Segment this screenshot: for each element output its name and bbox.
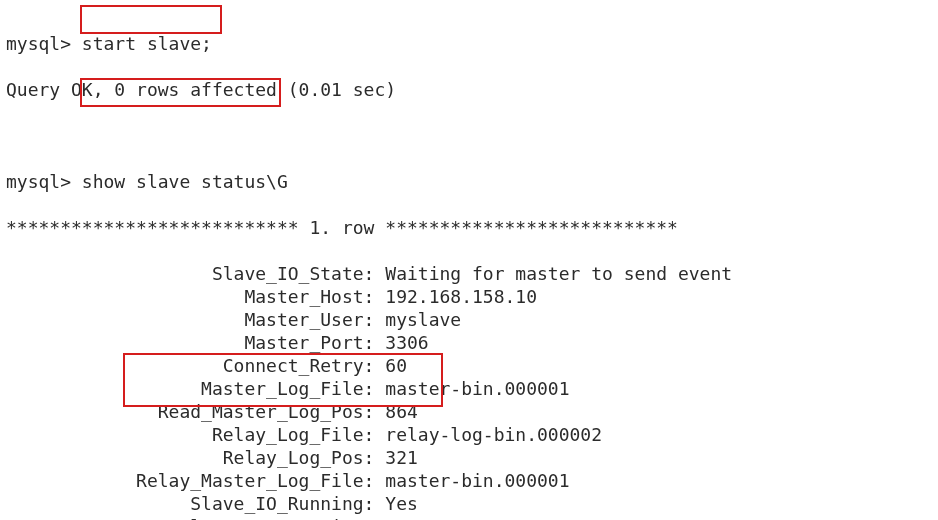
status-value: Waiting for master to send event (385, 263, 732, 284)
command-show-slave-status: show slave status\G (82, 171, 288, 192)
status-value: master-bin.000001 (385, 470, 569, 491)
status-row: Relay_Log_File: relay-log-bin.000002 (6, 423, 938, 446)
command-start-slave: start slave; (82, 33, 212, 54)
line-row-header: *************************** 1. row *****… (6, 216, 938, 239)
status-value: 3306 (385, 332, 428, 353)
status-label: Master_Log_File: (6, 378, 385, 399)
status-value: master-bin.000001 (385, 378, 569, 399)
line-blank-1 (6, 124, 938, 147)
status-label: Master_Port: (6, 332, 385, 353)
line-ok: Query OK, 0 rows affected (0.01 sec) (6, 78, 938, 101)
prompt: mysql> (6, 171, 82, 192)
status-row: Slave_IO_Running: Yes (6, 492, 938, 515)
status-value: relay-log-bin.000002 (385, 424, 602, 445)
status-value: Yes (385, 516, 418, 520)
line-cmd2: mysql> show slave status\G (6, 170, 938, 193)
highlight-box-start-slave (80, 5, 222, 34)
status-value: 864 (385, 401, 418, 422)
status-label: Relay_Log_Pos: (6, 447, 385, 468)
terminal-output: mysql> start slave; Query OK, 0 rows aff… (0, 0, 938, 520)
status-row: Master_User: myslave (6, 308, 938, 331)
status-row: Relay_Master_Log_File: master-bin.000001 (6, 469, 938, 492)
status-label: Master_Host: (6, 286, 385, 307)
status-value: 60 (385, 355, 407, 376)
status-row: Slave_SQL_Running: Yes (6, 515, 938, 520)
status-label: Slave_SQL_Running: (6, 516, 385, 520)
status-label: Relay_Log_File: (6, 424, 385, 445)
status-value: myslave (385, 309, 461, 330)
status-label: Slave_IO_Running: (6, 493, 385, 514)
status-label: Connect_Retry: (6, 355, 385, 376)
status-label: Relay_Master_Log_File: (6, 470, 385, 491)
status-row: Master_Log_File: master-bin.000001 (6, 377, 938, 400)
prompt: mysql> (6, 33, 82, 54)
status-value: Yes (385, 493, 418, 514)
status-row: Relay_Log_Pos: 321 (6, 446, 938, 469)
status-row: Master_Host: 192.168.158.10 (6, 285, 938, 308)
status-label: Slave_IO_State: (6, 263, 385, 284)
status-label: Read_Master_Log_Pos: (6, 401, 385, 422)
status-value: 321 (385, 447, 418, 468)
status-value: 192.168.158.10 (385, 286, 537, 307)
status-row: Master_Port: 3306 (6, 331, 938, 354)
status-row: Connect_Retry: 60 (6, 354, 938, 377)
status-row: Read_Master_Log_Pos: 864 (6, 400, 938, 423)
line-cmd1: mysql> start slave; (6, 32, 938, 55)
status-label: Master_User: (6, 309, 385, 330)
status-row: Slave_IO_State: Waiting for master to se… (6, 262, 938, 285)
